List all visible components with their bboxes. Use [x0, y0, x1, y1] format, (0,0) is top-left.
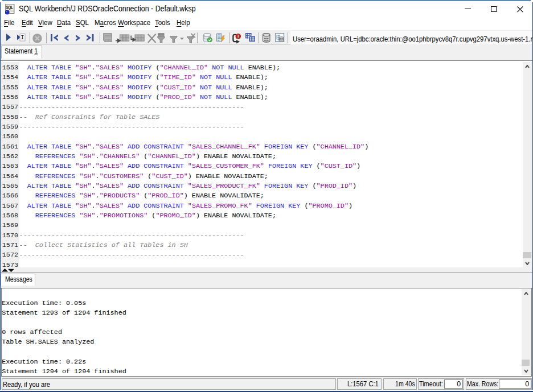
svg-text:I: I [20, 34, 24, 41]
svg-text:SQL: SQL [6, 5, 13, 10]
